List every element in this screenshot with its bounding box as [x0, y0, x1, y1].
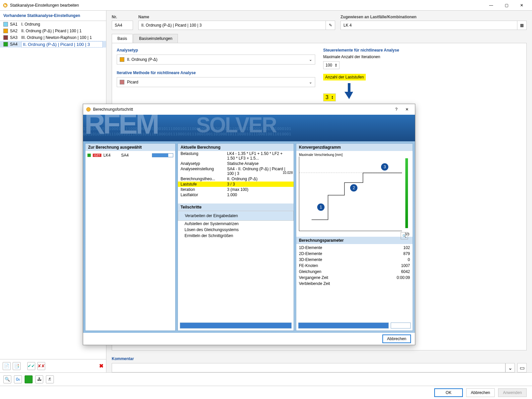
- param-value: 102: [387, 245, 410, 251]
- maxiter-stepper[interactable]: 100 ▲▼: [323, 61, 339, 69]
- comment-expand-icon[interactable]: ▭: [517, 363, 527, 372]
- name-label: Name: [138, 15, 335, 19]
- kv-key: Belastung: [181, 151, 227, 161]
- settings-list-item[interactable]: SA3 III. Ordnung | Newton-Raphson | 100 …: [0, 34, 106, 41]
- substeps-list: Verarbeiten der EingabedatenAufstellen d…: [178, 211, 294, 239]
- kv-key: Lastfaktor: [181, 193, 227, 197]
- settings-list-item[interactable]: SA1 I. Ordnung: [0, 21, 106, 28]
- analysis-type-select[interactable]: II. Ordnung (P-Δ) ⌄: [117, 55, 315, 65]
- tool-locate-icon[interactable]: 🔍: [3, 375, 11, 383]
- comment-field[interactable]: [112, 363, 505, 372]
- delete-icon[interactable]: ✖: [99, 363, 103, 369]
- ok-button[interactable]: OK: [434, 388, 463, 397]
- name-field[interactable]: [138, 21, 326, 30]
- kv-value: Statische Analyse: [227, 161, 291, 166]
- cancel-button[interactable]: Abbrechen: [466, 388, 495, 397]
- tab-basis[interactable]: Basis: [112, 34, 133, 43]
- assigned-picker-icon[interactable]: ▦: [517, 21, 527, 30]
- nr-field: [112, 21, 133, 30]
- settings-code: SA4: [10, 42, 21, 47]
- settings-code: SA3: [10, 35, 21, 40]
- kv-value: LK4 - 1.35 * LF1 + 1.50 * LF2 + 1.50 * L…: [227, 151, 291, 161]
- name-edit-icon[interactable]: ✎: [326, 21, 335, 30]
- settings-list-item[interactable]: SA2 II. Ordnung (P-Δ) | Picard | 100 | 1: [0, 28, 106, 34]
- progress-close-button[interactable]: ✕: [402, 104, 412, 115]
- settings-code: SA2: [10, 29, 21, 33]
- maxiter-value: 100: [326, 63, 332, 67]
- param-value: 0:00:09: [387, 275, 410, 281]
- color-swatch: [3, 42, 8, 47]
- uncheck-button[interactable]: ✘✘: [37, 362, 45, 370]
- minimize-button[interactable]: ―: [483, 0, 499, 11]
- param-key: Gleichungen: [299, 269, 387, 275]
- kv-key: Analyseeinstellung: [181, 167, 227, 176]
- tag-badge: GZT: [93, 154, 101, 157]
- banner: RFEM SOLVER 1101000101110001011100010011…: [83, 115, 415, 141]
- check-button[interactable]: ✔✔: [27, 362, 35, 370]
- settings-list-item[interactable]: SA4: [0, 41, 106, 48]
- convergence-header: Konvergenzdiagramm: [296, 144, 413, 151]
- iter-method-label: Iterative Methode für nichtlineare Analy…: [117, 70, 315, 75]
- kv-value: II. Ordnung (P-Δ): [227, 177, 291, 181]
- param-value: 1007: [387, 263, 410, 269]
- maximize-button[interactable]: ▢: [499, 0, 514, 11]
- right-progressbar-2: [391, 323, 411, 329]
- color-swatch: [3, 35, 8, 40]
- color-swatch: [3, 29, 8, 33]
- kv-list: BelastungLK4 - 1.35 * LF1 + 1.50 * LF2 +…: [178, 151, 294, 198]
- kv-key: Analysetyp: [181, 161, 227, 166]
- close-button[interactable]: ✕: [514, 0, 529, 11]
- copy-button[interactable]: 📑: [13, 362, 21, 370]
- analysis-type-label: Analysetyp: [117, 48, 315, 53]
- comment-dropdown-icon[interactable]: ⌄: [505, 363, 515, 372]
- help-button[interactable]: ?: [391, 104, 402, 115]
- settings-code: SA1: [10, 22, 21, 27]
- loadsteps-label: Anzahl der Laststufen: [323, 74, 366, 80]
- progress-cancel-button[interactable]: Abbrechen: [382, 334, 411, 343]
- param-key: FE-Knoten: [299, 263, 387, 269]
- kv-key: Laststufe: [181, 182, 227, 187]
- status-bar: 🔍 0₀ 🖧 f⁝: [0, 372, 532, 386]
- arrow-down-icon: [344, 83, 354, 99]
- tool-color-icon[interactable]: [25, 375, 33, 383]
- conv-chart-title: Maximale Verschiebung [mm]: [299, 153, 410, 157]
- assigned-label: Zugewiesen an Lastfälle/Kombinationen: [340, 15, 527, 19]
- app-icon: [86, 107, 91, 112]
- window-title: Statikanalyse-Einstellungen bearbeiten: [10, 3, 79, 8]
- tree-sa: SA4: [121, 153, 129, 158]
- maxiter-label: Maximale Anzahl der Iterationen: [323, 55, 522, 59]
- new-button[interactable]: 📄: [3, 362, 11, 370]
- param-key: 1D-Elemente: [299, 245, 387, 251]
- iter-method-select[interactable]: Picard ⌄: [117, 77, 315, 87]
- settings-title: I. Ordnung: [21, 22, 40, 27]
- param-key: Verbleibende Zeit: [299, 281, 387, 287]
- assigned-field[interactable]: [340, 21, 517, 30]
- kv-value: SA4 - II. Ordnung (P-Δ) | Picard | 100 |…: [227, 167, 291, 176]
- tool-hierarchy-icon[interactable]: 🖧: [35, 375, 43, 383]
- param-value: 6042: [387, 269, 410, 275]
- analysis-type-value: II. Ordnung (P-Δ): [127, 57, 157, 62]
- substep: Lösen des Gleichungssystems: [178, 227, 294, 233]
- tool-script-icon[interactable]: f⁝: [46, 375, 54, 383]
- zoom-icon[interactable]: 🔍: [401, 232, 408, 239]
- left-header: Vorhandene Statikanalyse-Einstellungen: [0, 11, 106, 21]
- apply-button: Anwenden: [498, 388, 527, 397]
- progress-tree: GZT LK4 SA4: [85, 151, 175, 160]
- param-value: [387, 281, 410, 287]
- settings-title-input[interactable]: [21, 41, 103, 48]
- params-list: 1D-Elemente1022D-Elemente8793D-Elemente0…: [296, 244, 413, 289]
- param-key: 2D-Elemente: [299, 251, 387, 257]
- tab-basiseinstellungen[interactable]: Basiseinstellungen: [133, 34, 178, 43]
- progress-bar-icon: [152, 153, 173, 157]
- right-progressbar: [298, 323, 389, 329]
- settings-title: III. Ordnung | Newton-Raphson | 100 | 1: [21, 35, 92, 40]
- tool-variables-icon[interactable]: 0₀: [14, 375, 22, 383]
- loadsteps-stepper[interactable]: 3 ▲▼: [323, 93, 336, 101]
- substep: Aufstellen der Systemmatrizen: [178, 221, 294, 227]
- x-tick: 3/3: [299, 232, 409, 236]
- svg-point-1: [86, 107, 90, 111]
- progress-mid-header: Aktuelle Berechnung: [178, 144, 294, 151]
- nonlinear-controls-label: Steuerelemente für nichtlineare Analyse: [323, 48, 522, 53]
- substep: Ermitteln der Schnittgrößen: [178, 233, 294, 239]
- progress-dialog: Berechnungsfortschritt ? ✕ RFEM SOLVER 1…: [83, 104, 415, 345]
